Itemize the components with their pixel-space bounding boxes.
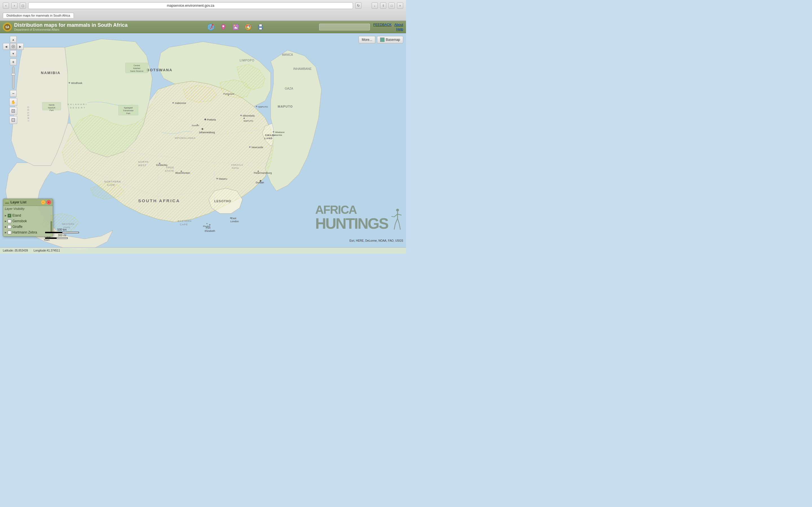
svg-text:BOTSWANA: BOTSWANA: [147, 68, 172, 72]
back-button[interactable]: ‹: [3, 3, 9, 9]
pan-down-button[interactable]: ▼: [10, 50, 17, 57]
active-tab[interactable]: Distribution maps for mammals in South A…: [3, 13, 74, 18]
hand-tool-button[interactable]: ✋: [9, 98, 17, 106]
layer-expand-eland[interactable]: ▶: [5, 214, 6, 217]
svg-text:MANICA: MANICA: [282, 53, 293, 56]
scale-km-label: 500 km: [45, 228, 79, 231]
svg-text:Soweto: Soweto: [192, 124, 199, 127]
svg-text:Durban: Durban: [256, 181, 264, 184]
previous-extent-button[interactable]: [9, 116, 17, 124]
svg-line-129: [391, 216, 394, 217]
svg-line-131: [395, 218, 398, 224]
zoom-track[interactable]: [12, 66, 14, 89]
svg-point-10: [234, 25, 235, 26]
svg-point-73: [172, 102, 174, 104]
svg-rect-124: [5, 202, 9, 203]
latitude-display: Latitude:-35.853439: [3, 249, 28, 252]
svg-line-128: [394, 214, 398, 217]
fullscreen-button[interactable]: □: [389, 3, 395, 9]
zoom-in-button[interactable]: +: [10, 59, 17, 65]
layer-label-eland: Eland: [12, 214, 21, 217]
layer-item-eland[interactable]: ▶ ✓ Eland: [3, 213, 53, 218]
svg-text:NATAL: NATAL: [232, 167, 239, 169]
layer-checkbox-giraffe[interactable]: [8, 225, 11, 229]
longitude-display: Longitude:41.374511: [34, 249, 60, 252]
more-button[interactable]: More...: [359, 36, 375, 43]
svg-line-130: [398, 214, 402, 215]
attribution: Esri, HERE, DeLorme, NOAA, FAO, USGS: [349, 239, 403, 242]
svg-text:STATE: STATE: [165, 170, 174, 172]
print-icon[interactable]: [256, 22, 265, 32]
svg-rect-123: [5, 203, 9, 204]
svg-text:KWAZULU: KWAZULU: [231, 164, 243, 166]
layer-panel-close[interactable]: ×: [47, 200, 51, 205]
layer-label-hartmann-zebra: Hartmann Zebra: [12, 230, 37, 234]
layers-icon: [5, 200, 9, 205]
palette-icon[interactable]: [244, 22, 253, 32]
zoom-thumb[interactable]: [11, 73, 15, 75]
add-tab-button[interactable]: +: [397, 3, 403, 9]
browser-chrome: ‹ › ◻ mapservice.environment.gov.za ↻ ↓ …: [0, 0, 406, 21]
download-button[interactable]: ↓: [371, 3, 378, 9]
svg-text:Game Reserve: Game Reserve: [130, 70, 143, 72]
feedback-link[interactable]: FEEDBACK: [373, 23, 392, 27]
svg-text:K A L A H A R I: K A L A H A R I: [68, 103, 87, 106]
svg-text:Bloemfontein: Bloemfontein: [175, 172, 190, 174]
marker-icon[interactable]: [219, 22, 228, 32]
layer-checkbox-hartmann-zebra[interactable]: [8, 231, 11, 234]
draw-icon[interactable]: [231, 22, 240, 32]
svg-text:Elizabeth: Elizabeth: [205, 230, 215, 232]
svg-point-113: [206, 223, 207, 224]
forward-button[interactable]: ›: [11, 3, 17, 9]
layer-checkbox-gemsbok[interactable]: [8, 219, 11, 223]
hunter-silhouette: [389, 209, 403, 231]
address-bar[interactable]: mapservice.environment.gov.za: [28, 2, 353, 9]
layer-panel-title: Layer List: [5, 200, 27, 205]
svg-point-117: [13, 46, 14, 47]
map-controls: ▲ ◀ ▶ ▼ + − ✋: [3, 36, 24, 124]
view-button[interactable]: ◻: [20, 3, 26, 9]
navigation-icon[interactable]: [206, 22, 215, 32]
pan-up-button[interactable]: ▲: [10, 36, 17, 43]
pan-center-button[interactable]: [10, 43, 17, 50]
basemap-button[interactable]: Basemap: [377, 36, 403, 43]
layer-visibility-label: Layer Visibility: [3, 206, 53, 212]
layer-expand-hartmann-zebra[interactable]: ▶: [5, 231, 6, 234]
layer-panel-minimize[interactable]: −: [41, 200, 45, 205]
svg-rect-18: [259, 24, 262, 26]
layer-item-gemsbok[interactable]: ▶ Gemsbok: [3, 218, 53, 224]
svg-text:Namib: Namib: [49, 104, 54, 106]
help-link[interactable]: Help: [396, 27, 403, 31]
svg-point-94: [216, 178, 218, 179]
svg-text:Transfronter: Transfronter: [123, 110, 134, 112]
svg-point-12: [246, 25, 248, 26]
svg-text:Pretoria: Pretoria: [207, 118, 216, 121]
map-container[interactable]: NAMIBIA BOTSWANA SOUTH AFRICA LESOTHO SW…: [0, 33, 406, 253]
share-button[interactable]: ⇧: [380, 3, 386, 9]
svg-point-83: [256, 106, 257, 107]
svg-rect-125: [6, 201, 8, 202]
svg-text:Polokwane: Polokwane: [223, 93, 235, 95]
zoom-extent-button[interactable]: [9, 107, 17, 115]
about-link[interactable]: About: [395, 23, 403, 27]
svg-text:Maseru: Maseru: [219, 177, 227, 180]
svg-text:MPUMALANGA: MPUMALANGA: [175, 136, 196, 139]
svg-point-16: [247, 26, 249, 28]
svg-point-13: [249, 25, 250, 26]
svg-text:Central: Central: [134, 64, 140, 66]
pan-left-button[interactable]: ◀: [3, 43, 10, 50]
svg-text:Windhoek: Windhoek: [71, 82, 83, 84]
svg-text:NAMIBIA: NAMIBIA: [41, 71, 61, 75]
svg-text:CAPE: CAPE: [107, 184, 115, 186]
app-subtitle: Department of Environmental Affairs: [14, 28, 128, 31]
svg-text:London: London: [231, 220, 239, 223]
layer-checkbox-eland[interactable]: ✓: [8, 214, 11, 217]
coords-bar: Latitude:-35.853439 Longitude:41.374511: [0, 247, 406, 253]
reload-button[interactable]: ↻: [355, 3, 361, 9]
zoom-out-button[interactable]: −: [10, 90, 17, 97]
layer-expand-giraffe[interactable]: ▶: [5, 226, 6, 228]
pan-right-button[interactable]: ▶: [17, 43, 24, 50]
layer-expand-gemsbok[interactable]: ▶: [5, 220, 6, 223]
svg-text:Lobamba: Lobamba: [273, 134, 282, 136]
header-search[interactable]: [319, 24, 370, 31]
